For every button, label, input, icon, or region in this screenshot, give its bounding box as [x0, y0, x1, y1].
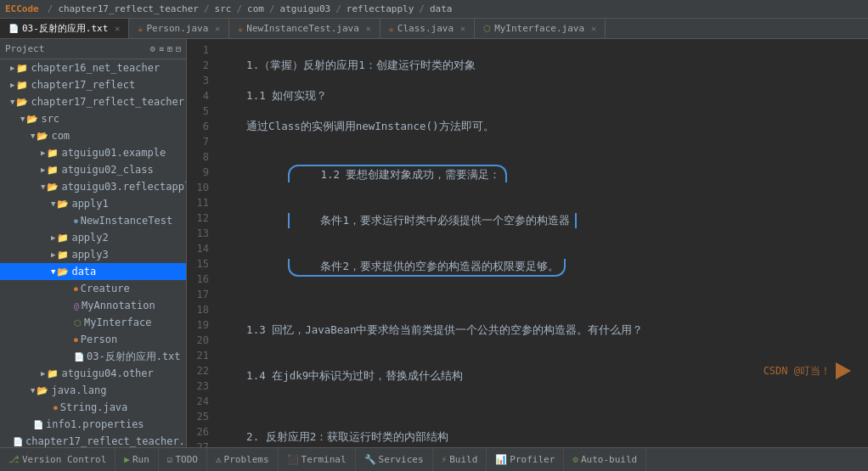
todo-button[interactable]: ☑ TODO [159, 448, 207, 471]
sidebar-item-myinterface[interactable]: ⬡ MyInterface [0, 314, 186, 331]
tab-txt[interactable]: 📄 03-反射的应用.txt ✕ [0, 19, 129, 38]
sidebar-item-atguigu04[interactable]: ▶ 📁 atguigu04.other [0, 365, 186, 382]
person-file-icon: ☕ [138, 24, 143, 33]
watermark-text: CSDN @叮当！ [764, 363, 831, 378]
tab-class[interactable]: ☕ Class.java ✕ [380, 19, 475, 38]
sidebar-gear-icon[interactable]: ⚙ [150, 44, 155, 53]
terminal-label: Terminal [302, 454, 347, 465]
tab-person-close[interactable]: ✕ [215, 24, 220, 33]
sidebar-item-chapter17teacher[interactable]: ▼ 📂 chapter17_reflect_teacher [0, 93, 186, 110]
sidebar-item-apply2[interactable]: ▶ 📁 apply2 [0, 229, 186, 246]
sidebar: Project ⚙ ≡ ⊞ ⊟ ▶ 📁 chapter16_net_teache… [0, 39, 187, 447]
sidebar-item-label: String.java [60, 401, 127, 413]
code-line [221, 414, 861, 429]
tab-txt-close[interactable]: ✕ [115, 24, 120, 33]
sidebar-expand-icon[interactable]: ⊞ [167, 44, 172, 53]
autobuild-button[interactable]: ⚙ Auto-build [564, 448, 646, 471]
folder-icon: 📂 [47, 182, 59, 193]
tab-newinstance[interactable]: ☕ NewInstanceTest.java ✕ [229, 19, 380, 38]
folder-icon: 📂 [37, 131, 48, 142]
code-line: 通过Class的实例调用newInstance()方法即可。 [221, 119, 861, 134]
sidebar-item-label: apply1 [71, 198, 108, 210]
sidebar-item-apply1[interactable]: ▼ 📂 apply1 [0, 195, 186, 212]
code-line [221, 73, 861, 88]
run-button[interactable]: ▶ Run [116, 448, 159, 471]
app-window: ECCode / chapter17_reflect_teacher / src… [0, 0, 868, 471]
code-line [221, 399, 861, 414]
problems-button[interactable]: ⚠ Problems [207, 448, 279, 471]
sidebar-item-atguigu01[interactable]: ▶ 📁 atguigu01.example [0, 144, 186, 161]
sidebar-item-chapter17[interactable]: ▶ 📁 chapter17_reflect [0, 76, 186, 93]
sidebar-item-chapter16[interactable]: ▶ 📁 chapter16_net_teacher [0, 59, 186, 76]
main-layout: Project ⚙ ≡ ⊞ ⊟ ▶ 📁 chapter16_net_teache… [0, 39, 868, 447]
profiler-label: Profiler [510, 454, 555, 465]
tab-person[interactable]: ☕ Person.java ✕ [129, 19, 229, 38]
tab-newinstance-label: NewInstanceTest.java [246, 23, 358, 34]
expand-icon: ▼ [20, 115, 25, 123]
sidebar-item-atguigu02[interactable]: ▶ 📁 atguigu02_class [0, 161, 186, 178]
breadcrumb-src[interactable]: src [215, 3, 232, 14]
tab-newinstance-close[interactable]: ✕ [366, 24, 371, 33]
folder-icon: 📁 [47, 368, 59, 379]
sidebar-item-myannotation[interactable]: @ MyAnnotation [0, 297, 186, 314]
build-button[interactable]: ⚡ Build [433, 448, 488, 471]
sidebar-item-atguigu03[interactable]: ▼ 📂 atguigu03.reflectapply [0, 178, 186, 195]
terminal-button[interactable]: ⬛ Terminal [279, 448, 356, 471]
myinterface-file-icon: ⬡ [483, 24, 491, 33]
code-line [221, 42, 861, 58]
circle-mid1: 条件1，要求运行时类中必须提供一个空参的构造器 [288, 213, 577, 228]
expand-icon: ▼ [41, 182, 45, 191]
sidebar-item-label: chapter17_reflect_teacher [31, 96, 184, 108]
folder-icon: 📂 [57, 266, 69, 278]
sidebar-item-chapter17iml[interactable]: 📄 chapter17_reflect_teacher.iml [0, 433, 186, 447]
tab-myinterface-close[interactable]: ✕ [591, 24, 596, 33]
code-line [221, 104, 861, 119]
class-icon: ● [74, 336, 78, 344]
breadcrumb-sep1: / [48, 3, 54, 14]
services-label: Services [379, 454, 424, 465]
sidebar-item-javalang[interactable]: ▼ 📂 java.lang [0, 382, 186, 399]
tab-myinterface[interactable]: ⬡ MyInterface.java ✕ [475, 19, 606, 38]
text-file-icon: 📄 [74, 352, 84, 362]
version-control-button[interactable]: ⎇ Version Control [0, 448, 116, 471]
sidebar-item-stringjava[interactable]: ● String.java [0, 399, 186, 416]
profiler-button[interactable]: 📊 Profiler [487, 448, 564, 471]
folder-icon: 📂 [57, 199, 69, 210]
sidebar-header: Project ⚙ ≡ ⊞ ⊟ [0, 39, 186, 59]
sidebar-item-txt03[interactable]: 📄 03-反射的应用.txt [0, 348, 186, 365]
folder-icon: 📁 [16, 63, 28, 74]
build-label: Build [449, 454, 477, 465]
code-line: 1.（掌握）反射的应用1：创建运行时类的对象 [221, 58, 861, 73]
terminal-icon: ⬛ [287, 454, 299, 465]
sidebar-item-label: atguigu03.reflectapply [61, 181, 187, 193]
breadcrumb-bar: ECCode / chapter17_reflect_teacher / src… [0, 0, 868, 19]
run-icon: ▶ [124, 454, 130, 465]
sidebar-settings-icon[interactable]: ⊟ [176, 44, 181, 53]
sidebar-item-person[interactable]: ● Person [0, 331, 186, 348]
tab-class-close[interactable]: ✕ [460, 24, 465, 33]
breadcrumb-reflectapply[interactable]: reflectapply [347, 3, 414, 14]
breadcrumb-data[interactable]: data [430, 3, 453, 14]
sidebar-item-apply3[interactable]: ▶ 📁 apply3 [0, 246, 186, 263]
tab-bar: 📄 03-反射的应用.txt ✕ ☕ Person.java ✕ ☕ NewIn… [0, 19, 868, 39]
sidebar-item-label: atguigu02_class [61, 164, 153, 176]
sidebar-title: Project [5, 43, 44, 54]
breadcrumb-com[interactable]: com [247, 3, 264, 14]
sidebar-item-newinstancetest[interactable]: ● NewInstanceTest [0, 212, 186, 229]
sidebar-item-data[interactable]: ▼ 📂 data [0, 263, 186, 280]
iml-icon: 📄 [13, 437, 23, 446]
editor-area[interactable]: 12345 678910 1112131415 1617181920 21222… [187, 39, 868, 447]
sidebar-item-info1[interactable]: 📄 info1.properties [0, 416, 186, 433]
sidebar-item-com[interactable]: ▼ 📂 com [0, 127, 186, 144]
class-icon: ● [74, 217, 78, 225]
code-content[interactable]: 1.（掌握）反射的应用1：创建运行时类的对象 1.1 如何实现？ 通过Class… [214, 39, 868, 447]
services-button[interactable]: 🔧 Services [356, 448, 433, 471]
sidebar-item-creature[interactable]: ● Creature [0, 280, 186, 297]
sidebar-collapse-icon[interactable]: ≡ [159, 44, 164, 53]
circle-bottom: 条件2，要求提供的空参的构造器的权限要足够。 [288, 259, 566, 277]
breadcrumb-atguigu03[interactable]: atguigu03 [280, 3, 331, 14]
sidebar-item-src[interactable]: ▼ 📂 src [0, 110, 186, 127]
newinstance-file-icon: ☕ [238, 24, 243, 33]
expand-icon: ▶ [51, 233, 55, 242]
breadcrumb-chapter[interactable]: chapter17_reflect_teacher [58, 3, 199, 14]
